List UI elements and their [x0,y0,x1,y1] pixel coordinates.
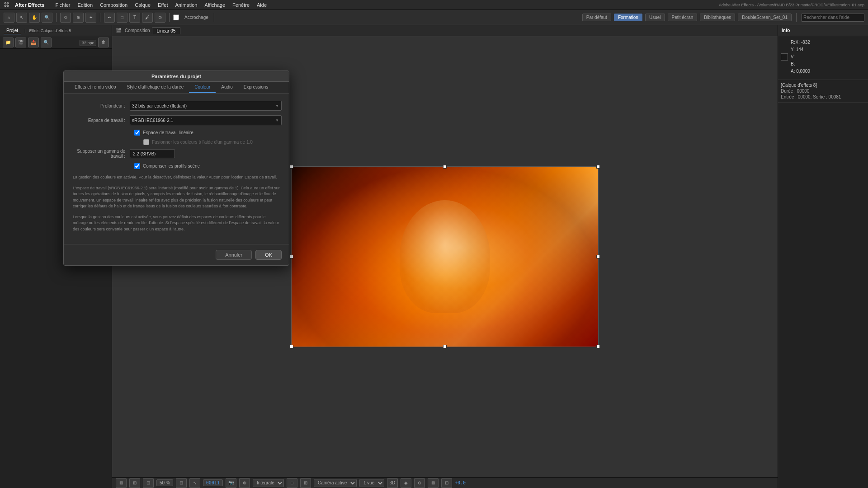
ok-button[interactable]: OK [255,250,282,260]
vp-zoom[interactable]: 50 % [156,479,173,486]
project-settings-modal[interactable]: Paramètres du projet Effets et rendu vid… [63,70,289,266]
text-btn[interactable]: T [129,13,140,23]
handle-tc[interactable] [443,165,447,169]
workspace-usuel[interactable]: Usuel [645,14,665,21]
trash-btn[interactable]: 🗑 [98,38,109,47]
handle-bl[interactable] [290,345,293,348]
sep4 [214,13,214,22]
info-title: Info [782,28,790,33]
vp-icon1[interactable]: □ [287,478,297,488]
espace-travail-label: Espace de travail : [71,118,130,123]
modal-tab-audio[interactable]: Audio [216,82,238,93]
supposer-value: 2.2 (SRVB) [130,149,175,158]
search-project-btn[interactable]: 🔍 [41,38,52,47]
workspace-doublescreen[interactable]: DoubleScreen_Set_01 [738,14,792,21]
menu-effet[interactable]: Effet [154,1,171,9]
home-btn[interactable]: ⌂ [4,13,14,23]
workspace-bibliotheques[interactable]: Bibliothèques [700,14,735,21]
select-btn[interactable]: ↖ [16,13,27,23]
vp-icon3[interactable]: ◈ [401,478,411,488]
supposer-row: Supposer un gamma de travail : 2.2 (SRVB… [71,149,282,159]
cancel-button[interactable]: Annuler [216,250,252,260]
menu-calque[interactable]: Calque [131,1,154,9]
vp-icon2[interactable]: ⊞ [300,478,311,488]
compenser-label: Compenser les profils scène [143,164,200,169]
project-toolbar: 📁 🎬 📥 🔍 32 bpc 🗑 [0,36,112,49]
mask-btn[interactable]: □ [117,13,127,23]
espace-travail-select-wrap: sRGB IEC61966-2.1 [130,115,282,125]
vp-icon6[interactable]: ⊡ [441,478,452,488]
stamp-btn[interactable]: ⊙ [155,13,165,23]
handle-tl[interactable] [290,165,293,169]
vp-camera-capture[interactable]: 📷 [226,478,236,488]
vp-icon4[interactable]: ⊙ [414,478,425,488]
vp-views-select[interactable]: 1 vue [359,479,384,487]
profondeur-row: Profondeur : 32 bits par couche (flottan… [71,101,282,111]
info-text-2: L'espace de travail (sRGB IEC61966-2.1) … [71,185,282,210]
tab-projet[interactable]: Projet [4,27,21,34]
app-name: After Effects [15,2,44,8]
tab-effets-label: | [24,28,25,33]
handle-mr[interactable] [596,255,600,258]
handle-br[interactable] [596,345,600,348]
menu-animation[interactable]: Animation [172,1,201,9]
compenser-checkbox[interactable] [134,163,140,169]
modal-tab-effets[interactable]: Effets et rendu vidéo [69,82,122,93]
modal-tab-style[interactable]: Style d'affichage de la durée [122,82,189,93]
info-panel-header: Info [778,25,868,36]
menu-fenetre[interactable]: Fenêtre [229,1,253,9]
vp-render-mode-icon[interactable]: ⊕ [239,478,250,488]
channel-b: B: [791,61,810,68]
info-values: X: -832 R: Y: 144 V: B: A: 0,0000 [791,39,810,75]
modal-tab-expressions[interactable]: Expressions [238,82,274,93]
workspace-par-defaut[interactable]: Par défaut [582,14,611,21]
vp-grid-btn[interactable]: ⊞ [129,478,140,488]
menu-affichage[interactable]: Affichage [201,1,229,9]
menu-composition[interactable]: Composition [96,1,131,9]
vp-camera-select[interactable]: Caméra active [314,479,357,487]
rotate-btn[interactable]: ↻ [60,13,71,23]
pen-btn[interactable]: ✒ [104,13,115,23]
zoom-btn[interactable]: 🔍 [42,13,52,23]
vp-3d-btn[interactable]: 3D [387,478,398,488]
lineaire-checkbox[interactable] [134,130,140,136]
menu-aide[interactable]: Aide [253,1,270,9]
search-input[interactable] [801,14,864,22]
import-btn[interactable]: 📥 [28,38,39,47]
vp-icon5[interactable]: ⊠ [428,478,439,488]
new-comp-btn[interactable]: 🎬 [15,38,26,47]
menu-fichier[interactable]: Fichier [52,1,74,9]
accrochage-checkbox[interactable] [173,14,179,20]
move-btn[interactable]: ⊕ [73,13,84,23]
handle-tr[interactable] [596,165,600,169]
brush-btn[interactable]: 🖌 [142,13,153,23]
vp-expand-btn[interactable]: ⤡ [189,478,200,488]
espace-travail-select[interactable]: sRGB IEC61966-2.1 [130,115,282,125]
vp-render-mode-select[interactable]: Intégrale [253,479,284,487]
modal-tab-couleur[interactable]: Couleur [189,82,216,93]
accrochage-label: Accrochage [183,15,210,20]
vp-toggle-btn[interactable]: ⊠ [116,478,127,488]
tab-effets[interactable]: Effets Calque d'effets 8 [29,28,71,33]
lineaire-checkbox-row: Espace de travail linéaire [71,130,282,136]
menu-edition[interactable]: Edition [74,1,96,9]
workspace-petit-ecran[interactable]: Petit écran [668,14,698,21]
channel-v: V: [791,53,810,61]
handle-bc[interactable] [443,345,447,348]
vp-fit-btn[interactable]: ⊟ [176,478,187,488]
comp-tab-bar: 🎬 Composition Linear 05 [112,25,778,36]
layer-duree: Durée : 00000 [781,89,865,94]
layer-entree-sortie: Entrée : 00000, Sortie : 00081 [781,94,865,99]
sep2 [100,13,100,22]
handle-ml[interactable] [290,255,293,258]
vp-safe-btn[interactable]: ⊡ [143,478,154,488]
vp-timecode[interactable]: 00011 [203,479,223,486]
modal-title: Paramètres du projet [64,71,289,82]
hand-btn[interactable]: ✋ [29,13,40,23]
new-folder-btn[interactable]: 📁 [3,38,14,47]
profondeur-select[interactable]: 32 bits par couche (flottant) [130,101,282,111]
anchor-btn[interactable]: ✦ [85,13,96,23]
workspace-formation[interactable]: Formation [614,14,642,21]
tab-linear05-comp[interactable]: Linear 05 [152,27,181,34]
composition-preview [291,166,599,347]
